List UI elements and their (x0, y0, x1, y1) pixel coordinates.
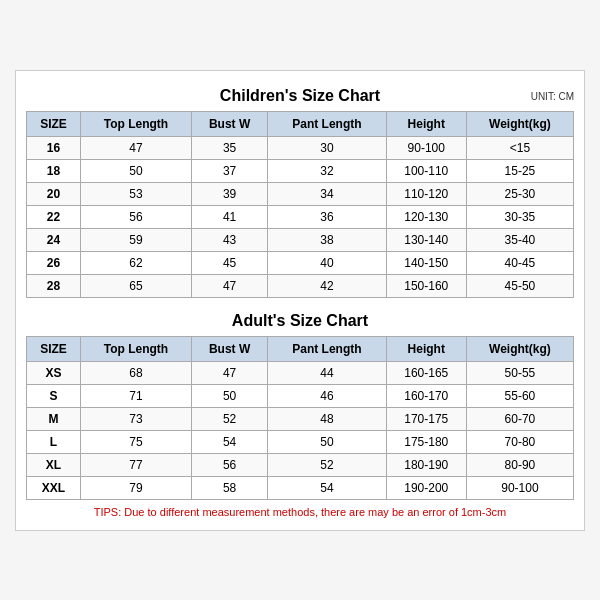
table-cell: 190-200 (386, 476, 466, 499)
table-cell: 16 (27, 136, 81, 159)
table-cell: 60-70 (466, 407, 573, 430)
table-cell: 18 (27, 159, 81, 182)
adult-col-bust-w: Bust W (192, 336, 268, 361)
table-cell: 55-60 (466, 384, 573, 407)
table-cell: 120-130 (386, 205, 466, 228)
table-cell: 48 (268, 407, 386, 430)
tips-text: TIPS: Due to different measurement metho… (26, 500, 574, 520)
table-cell: 90-100 (466, 476, 573, 499)
table-cell: 175-180 (386, 430, 466, 453)
table-cell: 50 (80, 159, 191, 182)
table-cell: 47 (80, 136, 191, 159)
table-cell: 110-120 (386, 182, 466, 205)
table-cell: 32 (268, 159, 386, 182)
table-cell: 41 (192, 205, 268, 228)
table-cell: 70-80 (466, 430, 573, 453)
table-cell: 43 (192, 228, 268, 251)
children-section-title: Children's Size Chart UNIT: CM (26, 81, 574, 111)
col-top-length: Top Length (80, 111, 191, 136)
table-cell: 15-25 (466, 159, 573, 182)
table-cell: 53 (80, 182, 191, 205)
table-cell: 35 (192, 136, 268, 159)
table-row: 18503732100-11015-25 (27, 159, 574, 182)
table-row: 26624540140-15040-45 (27, 251, 574, 274)
table-cell: 100-110 (386, 159, 466, 182)
table-cell: 52 (268, 453, 386, 476)
table-cell: 56 (192, 453, 268, 476)
adult-col-height: Height (386, 336, 466, 361)
table-row: XL775652180-19080-90 (27, 453, 574, 476)
table-cell: XL (27, 453, 81, 476)
table-row: S715046160-17055-60 (27, 384, 574, 407)
table-cell: 38 (268, 228, 386, 251)
adults-section-title: Adult's Size Chart (26, 306, 574, 336)
table-cell: 20 (27, 182, 81, 205)
table-cell: 26 (27, 251, 81, 274)
adult-col-pant-length: Pant Length (268, 336, 386, 361)
table-cell: 77 (80, 453, 191, 476)
table-row: XS684744160-16550-55 (27, 361, 574, 384)
table-cell: 37 (192, 159, 268, 182)
table-row: M735248170-17560-70 (27, 407, 574, 430)
table-cell: 50 (268, 430, 386, 453)
table-cell: 30-35 (466, 205, 573, 228)
table-cell: 130-140 (386, 228, 466, 251)
table-cell: 50 (192, 384, 268, 407)
table-cell: 180-190 (386, 453, 466, 476)
table-cell: 75 (80, 430, 191, 453)
table-cell: 24 (27, 228, 81, 251)
table-cell: M (27, 407, 81, 430)
table-cell: XS (27, 361, 81, 384)
table-cell: 30 (268, 136, 386, 159)
table-row: L755450175-18070-80 (27, 430, 574, 453)
col-size: SIZE (27, 111, 81, 136)
table-row: XXL795854190-20090-100 (27, 476, 574, 499)
table-cell: 62 (80, 251, 191, 274)
table-cell: 45-50 (466, 274, 573, 297)
table-cell: 45 (192, 251, 268, 274)
table-cell: 68 (80, 361, 191, 384)
table-row: 28654742150-16045-50 (27, 274, 574, 297)
table-cell: 28 (27, 274, 81, 297)
table-cell: 47 (192, 274, 268, 297)
table-cell: 73 (80, 407, 191, 430)
table-cell: 34 (268, 182, 386, 205)
col-pant-length: Pant Length (268, 111, 386, 136)
table-cell: 52 (192, 407, 268, 430)
table-cell: 47 (192, 361, 268, 384)
table-cell: <15 (466, 136, 573, 159)
table-cell: 35-40 (466, 228, 573, 251)
adults-table-body: XS684744160-16550-55S715046160-17055-60M… (27, 361, 574, 499)
unit-label: UNIT: CM (531, 90, 574, 101)
chart-container: Children's Size Chart UNIT: CM SIZE Top … (15, 70, 585, 531)
table-cell: 25-30 (466, 182, 573, 205)
table-cell: 39 (192, 182, 268, 205)
table-cell: 56 (80, 205, 191, 228)
table-cell: 65 (80, 274, 191, 297)
table-cell: 50-55 (466, 361, 573, 384)
children-table-body: 1647353090-100<1518503732100-11015-25205… (27, 136, 574, 297)
adults-size-table: SIZE Top Length Bust W Pant Length Heigh… (26, 336, 574, 500)
table-row: 20533934110-12025-30 (27, 182, 574, 205)
adults-title-text: Adult's Size Chart (232, 312, 368, 329)
adults-header-row: SIZE Top Length Bust W Pant Length Heigh… (27, 336, 574, 361)
table-cell: 54 (192, 430, 268, 453)
table-cell: 46 (268, 384, 386, 407)
adult-col-top-length: Top Length (80, 336, 191, 361)
table-row: 1647353090-100<15 (27, 136, 574, 159)
table-cell: 150-160 (386, 274, 466, 297)
table-cell: 36 (268, 205, 386, 228)
table-cell: 40-45 (466, 251, 573, 274)
table-cell: 54 (268, 476, 386, 499)
table-cell: 40 (268, 251, 386, 274)
col-weight: Weight(kg) (466, 111, 573, 136)
table-cell: L (27, 430, 81, 453)
table-cell: 59 (80, 228, 191, 251)
table-cell: 80-90 (466, 453, 573, 476)
table-cell: 170-175 (386, 407, 466, 430)
table-row: 24594338130-14035-40 (27, 228, 574, 251)
table-cell: 140-150 (386, 251, 466, 274)
table-cell: 42 (268, 274, 386, 297)
table-row: 22564136120-13030-35 (27, 205, 574, 228)
table-cell: XXL (27, 476, 81, 499)
